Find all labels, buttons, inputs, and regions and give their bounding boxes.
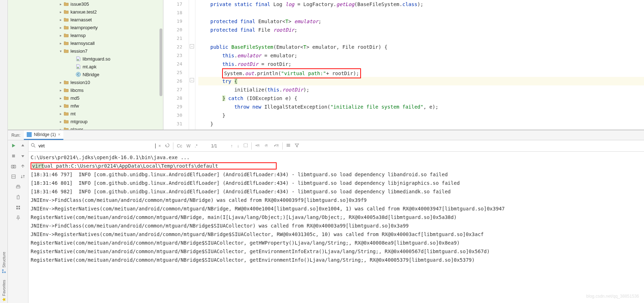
print-icon[interactable] [14,183,22,191]
down-arrow-icon[interactable] [19,152,27,160]
tree-item-label: learnasset [70,17,92,22]
trash-icon[interactable] [14,193,22,201]
console-line: [18:31:46 801] INFO [com.github.unidbg.l… [31,179,642,187]
tree-item[interactable]: ▸learnsp [8,31,163,39]
chevron-right-icon[interactable]: ▸ [58,127,63,130]
chevron-right-icon[interactable]: ▸ [58,88,63,92]
fold-handle-icon[interactable]: − [190,78,194,82]
tree-item[interactable]: ▸libcms [8,86,163,94]
chevron-right-icon[interactable]: ▸ [58,104,63,108]
filter-icon[interactable] [293,142,300,149]
console-output[interactable]: C:\Users\pr0214\.jdks\openjdk-16.0.1\bin… [28,152,644,303]
remove-selection-icon[interactable]: -⎘ [263,142,271,149]
history-icon[interactable] [164,142,171,149]
folder-icon [63,40,69,46]
svg-text:✔⎘: ✔⎘ [274,143,279,147]
chevron-right-icon[interactable]: ▸ [58,26,63,30]
project-tree[interactable]: ▸issue305▸kanxue.test2▸learnasset▸learnp… [8,0,163,130]
fold-gutter[interactable]: − − [189,0,195,130]
whole-word-toggle[interactable]: W [185,143,192,149]
code-editor[interactable]: 171819202122232425262728293031 − − priva… [163,0,644,130]
code-line[interactable]: protected final Emulator<T> emulator; [198,17,644,26]
up-arrow-icon[interactable] [19,142,27,150]
tree-item[interactable]: ▸lession10 [8,78,163,86]
layout-icon[interactable] [10,173,17,181]
export-icon[interactable] [19,162,27,170]
code-line[interactable]: System.out.println("virtual path:"+ root… [198,68,644,77]
regex-toggle[interactable]: .* [193,143,199,149]
code-line[interactable]: initialize(this.rootDir); [198,85,644,94]
run-tab-label: NBridge (1) [34,132,56,137]
run-tab-nbridge[interactable]: NBridge (1) × [24,130,63,140]
pin-icon[interactable] [14,214,22,222]
tree-item[interactable]: ▸learnasset [8,16,163,23]
tree-item[interactable]: ▸mtgroup [8,117,163,125]
chevron-right-icon[interactable]: ▸ [58,112,63,116]
grid-icon[interactable] [14,204,22,211]
code-line[interactable]: this.emulator = emulator; [198,51,644,60]
fold-handle-icon[interactable]: − [190,44,194,48]
clear-search-icon[interactable]: × [157,143,162,149]
tree-item[interactable]: ▾lession7 [8,47,163,55]
code-line[interactable]: public BaseFileSystem(Emulator<T> emulat… [198,43,644,51]
tree-item[interactable]: ▸mt [8,110,163,117]
chevron-right-icon[interactable]: ▸ [58,2,63,6]
code-line[interactable]: private static final Log log = LogFactor… [198,0,644,9]
tree-item[interactable]: ▸learnsyscall [8,39,163,47]
chevron-right-icon[interactable]: ▸ [58,10,63,14]
console-line: RegisterNative(com/meituan/android/commo… [31,247,642,256]
chevron-right-icon[interactable]: ▸ [58,33,63,37]
code-line[interactable]: protected final File rootDir; [198,26,644,34]
tree-item[interactable]: ▸mfw [8,102,163,110]
add-selection-icon[interactable]: +⎘ [254,142,262,149]
select-all-icon[interactable] [242,142,249,149]
search-input[interactable] [37,142,155,149]
tree-item[interactable]: ▸kanxue.test2 [8,8,163,16]
file-icon [75,56,81,62]
code-line[interactable]: } [198,111,644,120]
chevron-right-icon[interactable]: ▸ [58,120,63,124]
tree-item[interactable]: mt.apk [8,63,163,70]
folder-icon [63,32,69,38]
svg-rect-17 [16,206,18,207]
code-line[interactable]: throw new IllegalStateException("initial… [198,103,644,111]
chevron-right-icon[interactable]: ▸ [58,80,63,84]
select-occurrences-icon[interactable]: ✔⎘ [272,142,280,149]
scrollbar-thumb[interactable] [159,28,162,96]
sidebar-structure[interactable]: Structure [2,252,6,273]
code-line[interactable]: this.rootDir = rootDir; [198,60,644,68]
code-line[interactable] [198,9,644,17]
camera-icon[interactable] [10,162,17,170]
console-line: [18:31:46 797] INFO [com.github.unidbg.l… [31,170,642,179]
close-icon[interactable]: × [58,132,61,137]
prev-match-icon[interactable]: ↑ [229,143,234,149]
code-line[interactable]: } [198,120,644,128]
folder-icon [63,126,69,130]
tree-item[interactable]: ▸player [8,125,163,130]
chevron-right-icon[interactable]: ▸ [58,41,63,45]
tree-item[interactable]: ▸md5 [8,94,163,102]
list-icon[interactable] [285,142,292,149]
code-line[interactable] [198,34,644,43]
console-line: JNIEnv->FindClass(com/meituan/android/co… [31,196,642,204]
stop-icon[interactable] [10,152,17,160]
tree-item[interactable]: ▸learnproperty [8,23,163,31]
console-line: RegisterNative(com/meituan/android/commo… [31,213,642,221]
run-icon[interactable] [10,142,17,150]
sidebar-favorites[interactable]: Favorites [2,280,6,302]
match-case-toggle[interactable]: Cc [176,143,184,149]
chevron-down-icon[interactable]: ▾ [58,49,63,53]
svg-marker-3 [2,298,6,301]
tree-item[interactable]: CNBridge [8,70,163,78]
next-match-icon[interactable]: ↓ [236,143,241,149]
tree-item-label: lession7 [70,48,88,54]
svg-line-22 [34,146,35,147]
code-line[interactable]: } catch (IOException e) { [198,94,644,103]
chevron-right-icon[interactable]: ▸ [58,18,63,22]
tree-item[interactable]: libmtguard.so [8,55,163,63]
sort-icon[interactable] [19,173,27,181]
chevron-right-icon[interactable]: ▸ [58,96,63,100]
folder-icon [63,103,69,109]
tree-item-label: NBridge [83,72,99,77]
tree-item[interactable]: ▸issue305 [8,0,163,8]
